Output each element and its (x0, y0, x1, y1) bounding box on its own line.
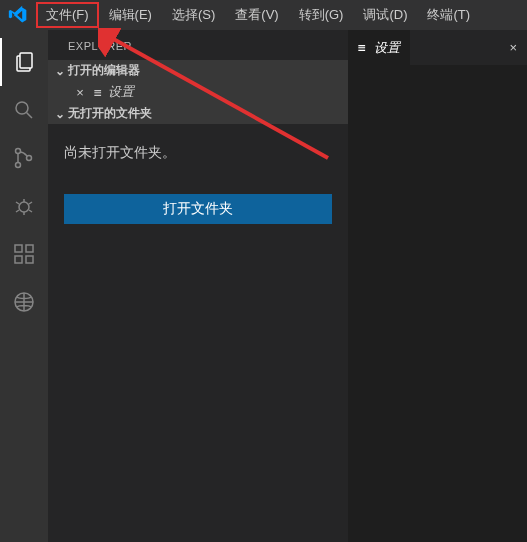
open-folder-button[interactable]: 打开文件夹 (64, 194, 332, 224)
menu-debug[interactable]: 调试(D) (353, 2, 417, 28)
svg-point-3 (16, 149, 21, 154)
svg-line-2 (27, 113, 33, 119)
svg-rect-0 (20, 53, 32, 68)
svg-rect-7 (15, 245, 22, 252)
sidebar-title: EXPLORER (48, 30, 348, 60)
svg-point-6 (19, 202, 29, 212)
svg-rect-9 (26, 256, 33, 263)
debug-icon[interactable] (0, 182, 48, 230)
extensions-icon[interactable] (0, 230, 48, 278)
section-label: 打开的编辑器 (68, 62, 140, 79)
settings-icon: ≡ (358, 40, 366, 55)
menu-select[interactable]: 选择(S) (162, 2, 225, 28)
svg-point-1 (16, 102, 28, 114)
source-control-icon[interactable] (0, 134, 48, 182)
explorer-sidebar: EXPLORER ⌄ 打开的编辑器 × ≡ 设置 ⌄ 无打开的文件夹 尚未打开文… (48, 30, 348, 542)
svg-rect-10 (26, 245, 33, 252)
close-icon[interactable]: × (72, 85, 88, 100)
chevron-down-icon: ⌄ (52, 64, 68, 78)
menu-edit[interactable]: 编辑(E) (99, 2, 162, 28)
menu-view[interactable]: 查看(V) (225, 2, 288, 28)
search-icon[interactable] (0, 86, 48, 134)
chevron-down-icon: ⌄ (52, 107, 68, 121)
open-editor-label: 设置 (108, 83, 134, 101)
open-editors-header[interactable]: ⌄ 打开的编辑器 (48, 60, 348, 81)
tab-label: 设置 (374, 39, 400, 57)
close-icon[interactable]: × (499, 40, 527, 55)
editor-area: ≡ 设置 × (348, 30, 527, 542)
tab-settings[interactable]: ≡ 设置 (348, 30, 410, 65)
activity-bar (0, 30, 48, 542)
svg-rect-8 (15, 256, 22, 263)
menu-terminal[interactable]: 终端(T) (417, 2, 480, 28)
no-folder-header[interactable]: ⌄ 无打开的文件夹 (48, 103, 348, 124)
settings-icon: ≡ (94, 85, 102, 100)
menu-goto[interactable]: 转到(G) (289, 2, 354, 28)
titlebar: 文件(F) 编辑(E) 选择(S) 查看(V) 转到(G) 调试(D) 终端(T… (0, 0, 527, 30)
open-editor-item[interactable]: × ≡ 设置 (48, 81, 348, 103)
menu-file[interactable]: 文件(F) (36, 2, 99, 28)
explorer-icon[interactable] (0, 38, 48, 86)
no-folder-message: 尚未打开文件夹。 (48, 124, 348, 182)
section-label: 无打开的文件夹 (68, 105, 152, 122)
vscode-logo-icon (8, 5, 28, 25)
tab-bar: ≡ 设置 × (348, 30, 527, 65)
svg-point-5 (27, 156, 32, 161)
remote-icon[interactable] (0, 278, 48, 326)
menu-bar: 文件(F) 编辑(E) 选择(S) 查看(V) 转到(G) 调试(D) 终端(T… (36, 2, 480, 28)
svg-point-4 (16, 163, 21, 168)
